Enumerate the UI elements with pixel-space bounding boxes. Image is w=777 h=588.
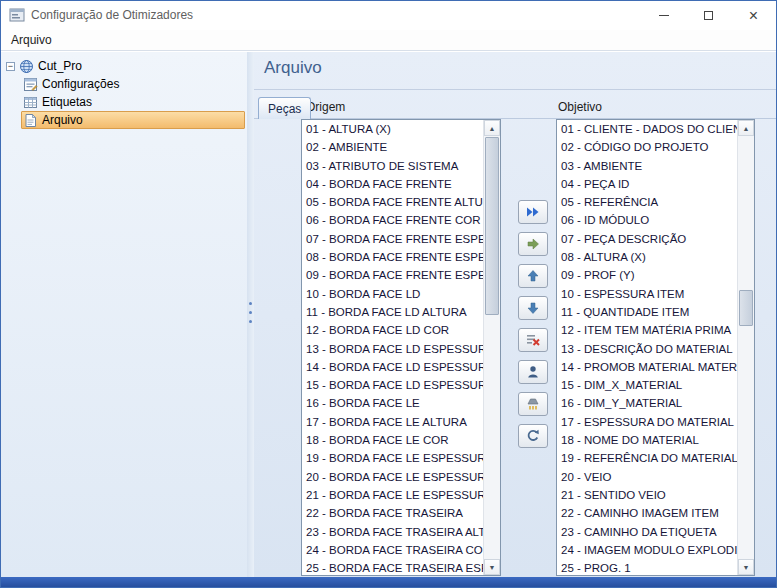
tree-label-etiquetas: Etiquetas (42, 95, 92, 109)
config-tree: − Cut_Pro (1, 52, 247, 129)
list-item[interactable]: 20 - VEIO (557, 468, 737, 486)
move-right-button[interactable] (518, 232, 548, 256)
list-item[interactable]: 09 - BORDA FACE FRENTE ESPES... (302, 266, 483, 284)
list-item[interactable]: 23 - BORDA FACE TRASEIRA ALT... (302, 523, 483, 541)
list-item[interactable]: 15 - BORDA FACE LD ESPESSUR... (302, 376, 483, 394)
refresh-button[interactable] (518, 424, 548, 448)
list-item[interactable]: 12 - BORDA FACE LD COR (302, 321, 483, 339)
list-item[interactable]: 05 - BORDA FACE FRENTE ALTU... (302, 193, 483, 211)
list-item[interactable]: 07 - BORDA FACE FRENTE ESPES... (302, 230, 483, 248)
list-item[interactable]: 21 - SENTIDO VEIO (557, 486, 737, 504)
list-item[interactable]: 03 - AMBIENTE (557, 157, 737, 175)
list-item[interactable]: 13 - BORDA FACE LD ESPESSURA (302, 340, 483, 358)
list-item[interactable]: 20 - BORDA FACE LE ESPESSURA... (302, 468, 483, 486)
list-item[interactable]: 04 - BORDA FACE FRENTE (302, 175, 483, 193)
list-item[interactable]: 17 - BORDA FACE LE ALTURA (302, 413, 483, 431)
form-icon (23, 77, 38, 92)
tree-item-configuracoes[interactable]: Configurações (1, 75, 247, 93)
move-down-button[interactable] (518, 296, 548, 320)
objetivo-listbox: 01 - CLIENTE - DADOS DO CLIEN... 02 - CÓ… (556, 119, 755, 576)
list-item[interactable]: 14 - PROMOB MATERIAL MATERI... (557, 358, 737, 376)
list-item[interactable]: 05 - REFERÊNCIA (557, 193, 737, 211)
list-item[interactable]: 10 - BORDA FACE LD (302, 285, 483, 303)
transfer-button-column (518, 200, 548, 448)
list-item[interactable]: 13 - DESCRIÇÃO DO MATERIAL (557, 340, 737, 358)
list-item[interactable]: 25 - PROG. 1 (557, 559, 737, 575)
remove-mapping-button[interactable] (518, 328, 548, 352)
list-item[interactable]: 06 - BORDA FACE FRENTE COR (302, 211, 483, 229)
list-item[interactable]: 07 - PEÇA DESCRIÇÃO (557, 230, 737, 248)
origem-scrollbar[interactable]: ▲ ▼ (483, 120, 500, 575)
menubar: Arquivo (1, 30, 776, 51)
collapse-icon[interactable]: − (6, 62, 15, 71)
scroll-up-icon[interactable]: ▲ (738, 120, 754, 136)
origem-label: Origem (306, 100, 345, 114)
tab-pecas[interactable]: Peças (258, 97, 311, 119)
objetivo-label: Objetivo (558, 100, 602, 114)
move-right-icon (525, 236, 541, 252)
list-item[interactable]: 25 - BORDA FACE TRASEIRA ESP... (302, 559, 483, 575)
list-item[interactable]: 06 - ID MÓDULO (557, 211, 737, 229)
lamp-button[interactable] (518, 392, 548, 416)
splitter-grip-icon (249, 302, 252, 323)
list-item[interactable]: 01 - CLIENTE - DADOS DO CLIEN... (557, 120, 737, 138)
tree-item-etiquetas[interactable]: Etiquetas (1, 93, 247, 111)
person-icon (525, 364, 541, 380)
maximize-icon (704, 11, 713, 20)
window-title: Configuração de Otimizadores (31, 8, 193, 22)
list-item[interactable]: 22 - BORDA FACE TRASEIRA (302, 504, 483, 522)
minimize-button[interactable] (641, 1, 686, 30)
list-item[interactable]: 12 - ITEM TEM MATÉRIA PRIMA (557, 321, 737, 339)
globe-icon (19, 59, 34, 74)
move-down-icon (525, 300, 541, 316)
list-item[interactable]: 03 - ATRIBUTO DE SISTEMA (302, 157, 483, 175)
move-up-button[interactable] (518, 264, 548, 288)
list-item[interactable]: 04 - PEÇA ID (557, 175, 737, 193)
list-item[interactable]: 02 - CÓDIGO DO PROJETO (557, 138, 737, 156)
scroll-down-icon[interactable]: ▼ (738, 559, 754, 575)
list-item[interactable]: 01 - ALTURA (X) (302, 120, 483, 138)
objetivo-scrollbar[interactable]: ▲ ▼ (737, 120, 754, 575)
person-button[interactable] (518, 360, 548, 384)
header-divider (254, 89, 776, 90)
list-item[interactable]: 09 - PROF (Y) (557, 266, 737, 284)
list-item[interactable]: 19 - BORDA FACE LE ESPESSURA (302, 449, 483, 467)
maximize-button[interactable] (686, 1, 731, 30)
list-item[interactable]: 23 - CAMINHO DA ETIQUETA (557, 523, 737, 541)
scroll-up-icon[interactable]: ▲ (484, 120, 500, 136)
list-item[interactable]: 17 - ESPESSURA DO MATERIAL (557, 413, 737, 431)
list-item[interactable]: 21 - BORDA FACE LE ESPESSURA... (302, 486, 483, 504)
list-item[interactable]: 16 - DIM_Y_MATERIAL (557, 394, 737, 412)
list-item[interactable]: 19 - REFERÊNCIA DO MATERIAL (557, 449, 737, 467)
list-item[interactable]: 14 - BORDA FACE LD ESPESSUR... (302, 358, 483, 376)
list-item[interactable]: 08 - ALTURA (X) (557, 248, 737, 266)
origem-list: 01 - ALTURA (X) 02 - AMBIENTE 03 - ATRIB… (302, 120, 483, 575)
document-icon (23, 113, 38, 128)
list-item[interactable]: 11 - QUANTIDADE ITEM (557, 303, 737, 321)
list-item[interactable]: 15 - DIM_X_MATERIAL (557, 376, 737, 394)
list-item[interactable]: 24 - BORDA FACE TRASEIRA COR (302, 541, 483, 559)
config-otimizadores-window: Configuração de Otimizadores × Arquivo − (0, 0, 777, 588)
list-item[interactable]: 16 - BORDA FACE LE (302, 394, 483, 412)
scrollbar-thumb[interactable] (485, 137, 499, 315)
move-all-right-button[interactable] (518, 200, 548, 224)
tree-item-cutpro[interactable]: − Cut_Pro (1, 57, 247, 75)
main-area: − Cut_Pro (1, 52, 776, 577)
list-item[interactable]: 22 - CAMINHO IMAGEM ITEM (557, 504, 737, 522)
close-button[interactable]: × (731, 1, 776, 30)
close-icon: × (749, 8, 758, 24)
list-item[interactable]: 18 - NOME DO MATERIAL (557, 431, 737, 449)
list-item[interactable]: 02 - AMBIENTE (302, 138, 483, 156)
menu-arquivo[interactable]: Arquivo (3, 30, 60, 47)
list-item[interactable]: 11 - BORDA FACE LD ALTURA (302, 303, 483, 321)
list-item[interactable]: 10 - ESPESSURA ITEM (557, 285, 737, 303)
scrollbar-thumb[interactable] (739, 290, 753, 326)
panel-splitter[interactable] (247, 52, 254, 577)
objetivo-list: 01 - CLIENTE - DADOS DO CLIEN... 02 - CÓ… (557, 120, 737, 575)
scroll-down-icon[interactable]: ▼ (484, 559, 500, 575)
list-item[interactable]: 24 - IMAGEM MODULO EXPLODI... (557, 541, 737, 559)
list-item[interactable]: 08 - BORDA FACE FRENTE ESPES... (302, 248, 483, 266)
minimize-icon (659, 15, 669, 16)
list-item[interactable]: 18 - BORDA FACE LE COR (302, 431, 483, 449)
tree-item-arquivo-selected[interactable]: Arquivo (1, 111, 247, 129)
